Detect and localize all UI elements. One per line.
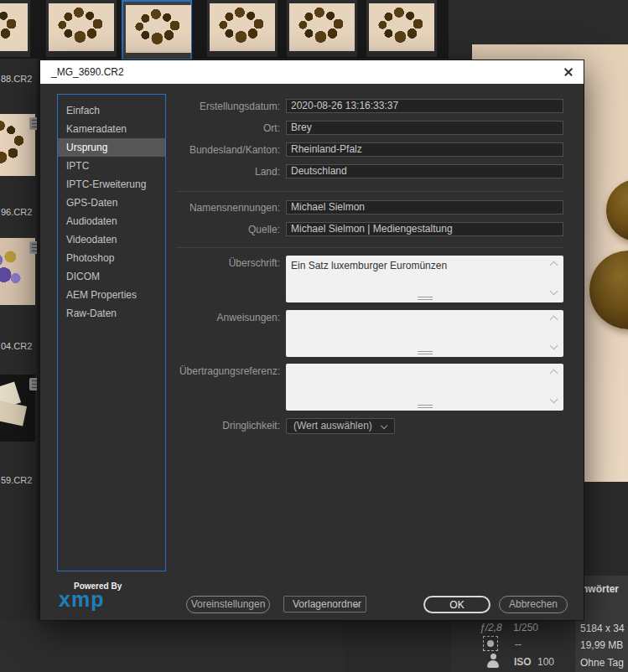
filmstrip-thumbnail[interactable] [287, 0, 357, 57]
headline-textarea[interactable]: Ein Satz luxemburger Euromünzen [286, 256, 563, 302]
city-label: Ort: [173, 122, 280, 134]
filmstrip-thumbnail-selected[interactable] [122, 0, 192, 60]
creation-date-field[interactable]: 2020-08-26 13:16:33:37 [286, 99, 563, 113]
app-background: 88.CR2 96.CR2 04.CR2 59.CR2 hwörter ƒ/2,… [0, 0, 628, 672]
template-folder-label: Vorlagenordner [293, 598, 361, 610]
headline-text: Ein Satz luxemburger Euromünzen [291, 260, 447, 271]
coin-photo-thumbnail [0, 3, 28, 51]
country-field[interactable]: Deutschland [286, 164, 563, 178]
file-name-label: 04.CR2 [1, 341, 32, 351]
urgency-selected-value: (Wert auswählen) [293, 420, 372, 432]
sidebar-item-aem-properties[interactable]: AEM Properties [58, 286, 165, 304]
resize-grip[interactable] [418, 297, 433, 300]
sidebar-item-raw-daten[interactable]: Raw-Daten [58, 304, 165, 323]
instructions-textarea[interactable] [286, 310, 563, 357]
transmission-ref-label: Übertragungsreferenz: [173, 365, 280, 377]
filmstrip-thumbnail[interactable] [366, 0, 437, 57]
file-size: 19,99 MB [580, 639, 623, 651]
credit-field[interactable]: Michael Sielmon [286, 200, 563, 215]
scroll-up-icon[interactable] [550, 316, 558, 324]
aperture-value: ƒ/2,8 [480, 622, 502, 633]
filmstrip-thumbnail[interactable] [207, 0, 278, 57]
dialog-titlebar: _MG_3690.CR2 [40, 60, 584, 84]
sidebar-item-videodaten[interactable]: Videodaten [58, 230, 165, 249]
divider [176, 191, 563, 192]
iso-label: ISO [514, 656, 532, 668]
coin-image [606, 179, 628, 241]
close-icon[interactable] [563, 66, 574, 78]
ok-button[interactable]: OK [423, 596, 490, 613]
sidebar-item-kameradaten[interactable]: Kameradaten [58, 120, 165, 138]
sidebar-item-photoshop[interactable]: Photoshop [58, 249, 165, 267]
filmstrip [0, 0, 449, 59]
city-field[interactable]: Brey [286, 121, 563, 135]
scroll-down-icon[interactable] [550, 395, 558, 404]
xmp-logo: xmp [59, 587, 104, 612]
sidebar-item-iptc-erweiterung[interactable]: IPTC-Erweiterung [58, 175, 165, 194]
coin-photo-thumbnail [49, 3, 114, 51]
resize-grip[interactable] [418, 405, 433, 408]
state-field[interactable]: Rheinland-Pfalz [286, 142, 563, 157]
credit-label: Namensnennungen: [173, 202, 280, 214]
dialog-sidebar: Einfach Kameradaten Ursprung IPTC IPTC-E… [57, 94, 166, 571]
file-name-label: 96.CR2 [1, 207, 32, 217]
file-name-label: 59.CR2 [1, 475, 32, 485]
urgency-label: Dringlichkeit: [173, 420, 280, 432]
state-label: Bundesland/Kanton: [173, 144, 280, 156]
chevron-down-icon [381, 422, 387, 429]
coin-photo-thumbnail [210, 3, 275, 51]
country-label: Land: [173, 166, 280, 178]
scroll-down-icon[interactable] [550, 287, 558, 296]
sidebar-item-iptc[interactable]: IPTC [58, 157, 165, 175]
headline-label: Überschrift: [173, 257, 280, 269]
scroll-down-icon[interactable] [550, 342, 558, 350]
sidebar-item-gps-daten[interactable]: GPS-Daten [58, 194, 165, 212]
file-name-label: 88.CR2 [1, 74, 32, 84]
file-info-dialog: _MG_3690.CR2 Einfach Kameradaten Ursprun… [40, 60, 584, 620]
scroll-up-icon[interactable] [550, 261, 558, 270]
coin-photo-thumbnail [289, 3, 355, 51]
image-dimensions: 5184 x 34 [580, 623, 625, 634]
person-icon [486, 654, 500, 668]
filmstrip-thumbnail[interactable] [0, 0, 30, 57]
cancel-button[interactable]: Abbrechen [499, 596, 568, 613]
iso-value: 100 [537, 656, 554, 668]
source-field[interactable]: Michael Sielmon | Mediengestaltung [286, 222, 563, 236]
divider [176, 247, 563, 248]
tag-status: Ohne Tag [580, 657, 624, 669]
urgency-select[interactable]: (Wert auswählen) [286, 418, 395, 434]
metering-value: -- [515, 638, 522, 650]
transmission-ref-textarea[interactable] [286, 364, 563, 411]
coin-photo-thumbnail [369, 3, 434, 51]
keywords-panel-header: hwörter [582, 583, 619, 595]
shutter-speed-value: 1/250 [513, 622, 538, 633]
resize-grip[interactable] [418, 351, 433, 354]
content-panel [0, 620, 344, 672]
presets-button[interactable]: Voreinstellungen [186, 596, 270, 613]
source-label: Quelle: [173, 224, 280, 235]
sidebar-item-einfach[interactable]: Einfach [58, 101, 165, 120]
scroll-up-icon[interactable] [550, 370, 558, 378]
metering-mode-icon [483, 636, 498, 651]
sidebar-item-ursprung[interactable]: Ursprung [58, 138, 165, 157]
dialog-title: _MG_3690.CR2 [51, 66, 124, 78]
coin-image [589, 251, 628, 329]
instructions-label: Anweisungen: [173, 312, 280, 323]
template-folder-dropdown[interactable]: Vorlagenordner [283, 596, 366, 613]
camera-metadata-placard: ƒ/2,8 1/250 -- ISO 100 [451, 620, 574, 672]
filmstrip-thumbnail[interactable] [46, 0, 117, 57]
sidebar-item-audiodaten[interactable]: Audiodaten [58, 212, 165, 230]
creation-date-label: Erstellungsdatum: [173, 101, 280, 112]
coin-photo-thumbnail [126, 5, 191, 53]
sidebar-item-dicom[interactable]: DICOM [58, 267, 165, 286]
